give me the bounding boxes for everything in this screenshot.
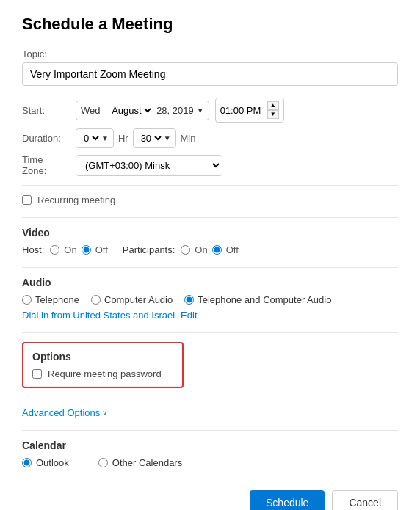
min-label: Min <box>181 133 196 144</box>
other-calendars-radio[interactable] <box>98 458 108 467</box>
start-date-picker[interactable]: Wed August 28, 2019 ▼ <box>76 101 209 120</box>
telephone-radio[interactable] <box>22 295 32 305</box>
time-down-button[interactable]: ▼ <box>267 110 279 119</box>
minutes-dropdown[interactable]: 0153045 <box>138 132 164 145</box>
computer-audio-radio[interactable] <box>91 295 101 305</box>
host-on-label: On <box>64 244 76 255</box>
divider-5 <box>22 430 398 431</box>
both-audio-label: Telephone and Computer Audio <box>198 294 331 305</box>
dropdown-arrow-icon: ▼ <box>197 106 204 114</box>
schedule-button[interactable]: Schedule <box>250 490 325 510</box>
telephone-label: Telephone <box>35 294 79 305</box>
calendar-title: Calendar <box>22 440 398 451</box>
options-box: Options Require meeting password <box>22 342 184 388</box>
divider-1 <box>22 185 398 186</box>
topic-label: Topic: <box>22 48 398 59</box>
dropdown-arrow-icon: ▼ <box>164 134 171 142</box>
host-off-radio[interactable] <box>82 245 91 255</box>
chevron-down-icon: ∨ <box>102 409 107 417</box>
edit-link[interactable]: Edit <box>181 310 197 321</box>
dropdown-arrow-icon: ▼ <box>101 134 109 142</box>
start-time-picker[interactable]: ▲ ▼ <box>215 98 284 123</box>
topic-input[interactable] <box>22 62 398 86</box>
dial-in-link[interactable]: Dial in from United States and Israel <box>22 310 175 321</box>
time-up-button[interactable]: ▲ <box>267 101 279 110</box>
duration-hours-select[interactable]: 012 ▼ <box>76 128 114 148</box>
participants-on-radio[interactable] <box>181 245 190 255</box>
require-password-label: Require meeting password <box>48 368 162 379</box>
participants-off-label: Off <box>226 244 239 255</box>
other-calendars-label: Other Calendars <box>112 457 182 468</box>
recurring-checkbox[interactable] <box>22 195 32 205</box>
cancel-button[interactable]: Cancel <box>332 490 398 510</box>
hours-dropdown[interactable]: 012 <box>81 132 101 145</box>
computer-audio-label: Computer Audio <box>104 294 173 305</box>
timezone-select[interactable]: (GMT+03:00) Minsk (GMT+00:00) UTC (GMT-0… <box>76 155 222 176</box>
host-label: Host: <box>22 244 44 255</box>
bottom-buttons: Schedule Cancel <box>22 490 398 510</box>
page-title: Schedule a Meeting <box>22 15 398 34</box>
host-on-radio[interactable] <box>50 245 59 255</box>
advanced-options-label: Advanced Options <box>22 407 100 418</box>
require-password-checkbox[interactable] <box>32 369 42 379</box>
start-label: Start: <box>22 105 70 116</box>
timezone-label: Time Zone: <box>22 154 70 176</box>
participants-on-label: On <box>195 244 207 255</box>
video-title: Video <box>22 227 398 238</box>
duration-minutes-select[interactable]: 0153045 ▼ <box>133 128 176 148</box>
start-time-input[interactable] <box>220 105 264 116</box>
divider-3 <box>22 267 398 268</box>
recurring-label: Recurring meeting <box>37 194 115 205</box>
audio-title: Audio <box>22 277 398 288</box>
advanced-options-link[interactable]: Advanced Options ∨ <box>22 407 398 418</box>
divider-4 <box>22 332 398 333</box>
both-audio-radio[interactable] <box>184 295 194 305</box>
outlook-label: Outlook <box>36 457 69 468</box>
host-off-label: Off <box>95 244 108 255</box>
options-title: Options <box>32 351 173 363</box>
divider-2 <box>22 217 398 218</box>
participants-label: Participants: <box>123 244 175 255</box>
duration-label: Duration: <box>22 133 70 144</box>
start-date: 28, 2019 <box>156 105 194 116</box>
outlook-radio[interactable] <box>22 458 32 467</box>
hr-label: Hr <box>118 133 128 144</box>
start-day: Wed <box>81 105 101 116</box>
start-month-select[interactable]: August <box>109 104 153 117</box>
participants-off-radio[interactable] <box>212 245 222 255</box>
